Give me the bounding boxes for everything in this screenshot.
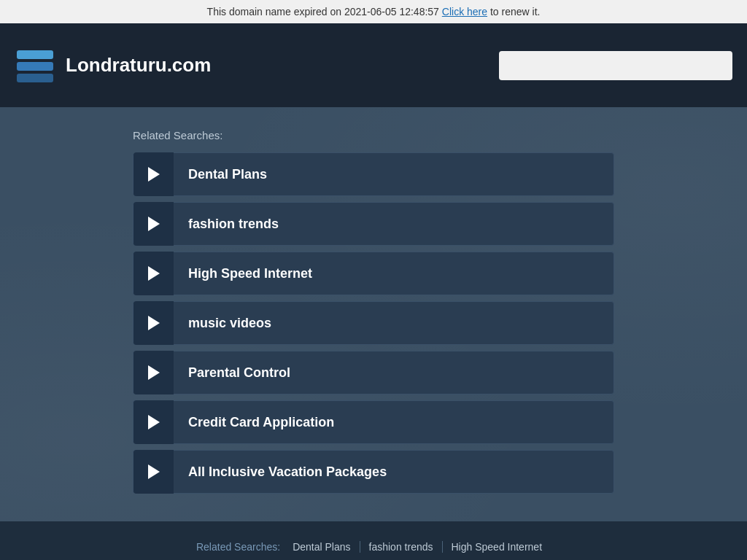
play-icon [148,464,160,479]
expiry-message: This domain name expired on 2021-06-05 1… [207,6,439,18]
footer-link[interactable]: High Speed Internet [443,541,551,553]
search-item[interactable]: All Inclusive Vacation Packages [133,450,614,494]
logo-layer-1 [17,50,53,59]
site-title: Londraturu.com [66,54,211,77]
play-icon [148,167,160,182]
search-input[interactable] [499,51,732,80]
search-item-arrow-icon [133,152,174,196]
play-icon [148,316,160,330]
renew-link[interactable]: Click here [442,6,487,18]
logo-layer-2 [17,62,53,71]
logo-area: Londraturu.com [15,45,211,85]
search-item[interactable]: Parental Control [133,351,614,394]
renew-suffix: to renew it. [490,6,540,18]
search-item-label: High Speed Internet [174,266,327,281]
search-item-label: Dental Plans [174,167,282,182]
search-item-arrow-icon [133,450,174,494]
search-item-arrow-icon [133,400,174,444]
search-item[interactable]: High Speed Internet [133,252,614,295]
play-icon [148,266,160,281]
search-item[interactable]: music videos [133,301,614,345]
content-wrapper: Related Searches: Dental Plansfashion tr… [118,129,629,494]
logo-layer-3 [17,74,53,82]
search-item-arrow-icon [133,202,174,246]
search-item-label: Parental Control [174,365,305,381]
site-header: Londraturu.com [0,23,747,107]
footer-related-label: Related Searches: [196,541,280,553]
logo-icon [15,45,55,85]
search-items-list: Dental Plansfashion trendsHigh Speed Int… [133,152,614,494]
play-icon [148,365,160,380]
search-item-arrow-icon [133,301,174,345]
search-item[interactable]: Dental Plans [133,152,614,196]
search-item-arrow-icon [133,351,174,394]
search-item[interactable]: fashion trends [133,202,614,246]
search-item-label: Credit Card Application [174,415,349,430]
footer-links: Dental Plansfashion trendsHigh Speed Int… [284,540,551,553]
expiry-notification: This domain name expired on 2021-06-05 1… [0,0,747,23]
related-searches-heading: Related Searches: [133,129,614,141]
search-item-label: fashion trends [174,217,293,232]
main-content: Related Searches: Dental Plansfashion tr… [0,107,747,521]
search-item-label: All Inclusive Vacation Packages [174,464,401,480]
search-item-label: music videos [174,316,286,331]
footer-link[interactable]: Dental Plans [284,541,360,553]
search-item[interactable]: Credit Card Application [133,400,614,444]
play-icon [148,415,160,429]
site-footer: Related Searches: Dental Plansfashion tr… [0,521,747,560]
footer-link[interactable]: fashion trends [360,541,443,553]
play-icon [148,217,160,231]
search-item-arrow-icon [133,252,174,295]
